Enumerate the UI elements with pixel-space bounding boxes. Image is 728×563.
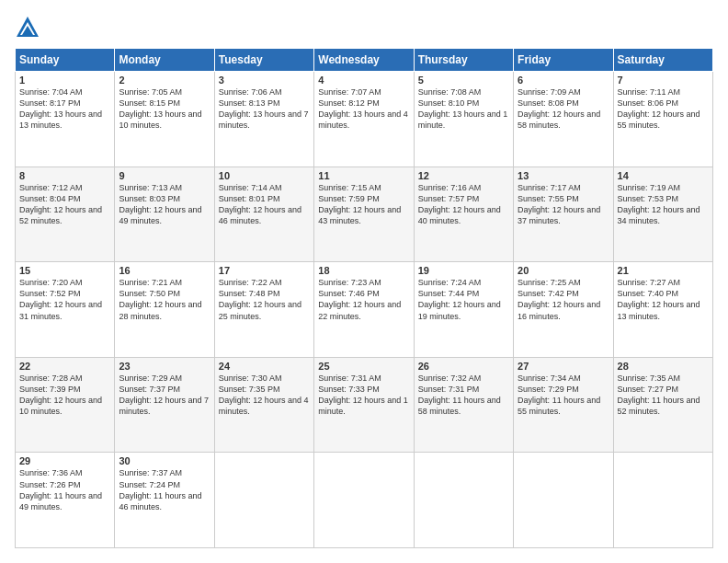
- calendar-row: 1Sunrise: 7:04 AM Sunset: 8:17 PM Daylig…: [16, 72, 713, 167]
- day-number: 2: [119, 75, 210, 86]
- table-row: 5Sunrise: 7:08 AM Sunset: 8:10 PM Daylig…: [414, 72, 513, 167]
- day-detail: Sunrise: 7:32 AM Sunset: 7:31 PM Dayligh…: [418, 373, 509, 418]
- day-number: 24: [219, 361, 310, 372]
- col-tuesday: Tuesday: [214, 49, 313, 72]
- day-number: 7: [618, 75, 709, 86]
- table-row: 14Sunrise: 7:19 AM Sunset: 7:53 PM Dayli…: [613, 167, 712, 262]
- day-number: 30: [119, 455, 210, 466]
- day-number: 15: [19, 265, 110, 276]
- col-saturday: Saturday: [613, 49, 712, 72]
- table-row: 10Sunrise: 7:14 AM Sunset: 8:01 PM Dayli…: [214, 167, 313, 262]
- day-detail: Sunrise: 7:22 AM Sunset: 7:48 PM Dayligh…: [219, 277, 310, 322]
- day-detail: Sunrise: 7:23 AM Sunset: 7:46 PM Dayligh…: [318, 277, 409, 322]
- day-detail: Sunrise: 7:07 AM Sunset: 8:12 PM Dayligh…: [318, 86, 409, 132]
- table-row: [314, 453, 414, 548]
- calendar-row: 8Sunrise: 7:12 AM Sunset: 8:04 PM Daylig…: [16, 167, 713, 262]
- table-row: 27Sunrise: 7:34 AM Sunset: 7:29 PM Dayli…: [514, 357, 613, 453]
- day-detail: Sunrise: 7:11 AM Sunset: 8:06 PM Dayligh…: [618, 86, 709, 132]
- calendar-row: 15Sunrise: 7:20 AM Sunset: 7:52 PM Dayli…: [16, 262, 713, 358]
- day-detail: Sunrise: 7:05 AM Sunset: 8:15 PM Dayligh…: [119, 86, 210, 132]
- day-detail: Sunrise: 7:12 AM Sunset: 8:04 PM Dayligh…: [19, 182, 110, 227]
- header: [15, 15, 713, 40]
- day-number: 22: [19, 361, 110, 372]
- day-detail: Sunrise: 7:06 AM Sunset: 8:13 PM Dayligh…: [219, 86, 310, 132]
- day-detail: Sunrise: 7:19 AM Sunset: 7:53 PM Dayligh…: [618, 182, 709, 227]
- day-number: 8: [19, 170, 110, 181]
- col-monday: Monday: [115, 49, 214, 72]
- col-thursday: Thursday: [414, 49, 513, 72]
- day-detail: Sunrise: 7:16 AM Sunset: 7:57 PM Dayligh…: [418, 182, 509, 227]
- day-number: 6: [518, 75, 609, 86]
- table-row: 13Sunrise: 7:17 AM Sunset: 7:55 PM Dayli…: [514, 167, 613, 262]
- day-number: 18: [318, 265, 409, 276]
- day-detail: Sunrise: 7:14 AM Sunset: 8:01 PM Dayligh…: [219, 182, 310, 227]
- day-number: 21: [618, 265, 709, 276]
- logo: [15, 15, 44, 40]
- table-row: 1Sunrise: 7:04 AM Sunset: 8:17 PM Daylig…: [16, 72, 115, 167]
- day-detail: Sunrise: 7:27 AM Sunset: 7:40 PM Dayligh…: [618, 277, 709, 322]
- day-detail: Sunrise: 7:24 AM Sunset: 7:44 PM Dayligh…: [418, 277, 509, 322]
- table-row: 6Sunrise: 7:09 AM Sunset: 8:08 PM Daylig…: [514, 72, 613, 167]
- day-number: 14: [618, 170, 709, 181]
- day-number: 12: [418, 170, 509, 181]
- calendar-table: Sunday Monday Tuesday Wednesday Thursday…: [15, 48, 713, 548]
- day-number: 9: [119, 170, 210, 181]
- table-row: 29Sunrise: 7:36 AM Sunset: 7:26 PM Dayli…: [16, 453, 115, 548]
- day-detail: Sunrise: 7:31 AM Sunset: 7:33 PM Dayligh…: [318, 373, 409, 418]
- table-row: 22Sunrise: 7:28 AM Sunset: 7:39 PM Dayli…: [16, 357, 115, 453]
- table-row: 7Sunrise: 7:11 AM Sunset: 8:06 PM Daylig…: [613, 72, 712, 167]
- day-number: 17: [219, 265, 310, 276]
- day-detail: Sunrise: 7:04 AM Sunset: 8:17 PM Dayligh…: [19, 86, 110, 132]
- day-detail: Sunrise: 7:17 AM Sunset: 7:55 PM Dayligh…: [518, 182, 609, 227]
- table-row: 17Sunrise: 7:22 AM Sunset: 7:48 PM Dayli…: [214, 262, 313, 358]
- table-row: 16Sunrise: 7:21 AM Sunset: 7:50 PM Dayli…: [115, 262, 214, 358]
- table-row: 15Sunrise: 7:20 AM Sunset: 7:52 PM Dayli…: [16, 262, 115, 358]
- table-row: 12Sunrise: 7:16 AM Sunset: 7:57 PM Dayli…: [414, 167, 513, 262]
- day-detail: Sunrise: 7:34 AM Sunset: 7:29 PM Dayligh…: [518, 373, 609, 418]
- logo-icon: [15, 15, 40, 40]
- table-row: 30Sunrise: 7:37 AM Sunset: 7:24 PM Dayli…: [115, 453, 214, 548]
- day-detail: Sunrise: 7:28 AM Sunset: 7:39 PM Dayligh…: [19, 373, 110, 418]
- day-number: 1: [19, 75, 110, 86]
- table-row: 20Sunrise: 7:25 AM Sunset: 7:42 PM Dayli…: [514, 262, 613, 358]
- table-row: 3Sunrise: 7:06 AM Sunset: 8:13 PM Daylig…: [214, 72, 313, 167]
- day-number: 13: [518, 170, 609, 181]
- col-wednesday: Wednesday: [314, 49, 414, 72]
- table-row: 18Sunrise: 7:23 AM Sunset: 7:46 PM Dayli…: [314, 262, 414, 358]
- table-row: 26Sunrise: 7:32 AM Sunset: 7:31 PM Dayli…: [414, 357, 513, 453]
- header-row: Sunday Monday Tuesday Wednesday Thursday…: [16, 49, 713, 72]
- table-row: 19Sunrise: 7:24 AM Sunset: 7:44 PM Dayli…: [414, 262, 513, 358]
- col-friday: Friday: [514, 49, 613, 72]
- col-sunday: Sunday: [16, 49, 115, 72]
- day-detail: Sunrise: 7:09 AM Sunset: 8:08 PM Dayligh…: [518, 86, 609, 132]
- calendar-row: 22Sunrise: 7:28 AM Sunset: 7:39 PM Dayli…: [16, 357, 713, 453]
- day-number: 19: [418, 265, 509, 276]
- day-number: 25: [318, 361, 409, 372]
- day-detail: Sunrise: 7:25 AM Sunset: 7:42 PM Dayligh…: [518, 277, 609, 322]
- calendar-row: 29Sunrise: 7:36 AM Sunset: 7:26 PM Dayli…: [16, 453, 713, 548]
- table-row: 2Sunrise: 7:05 AM Sunset: 8:15 PM Daylig…: [115, 72, 214, 167]
- day-number: 5: [418, 75, 509, 86]
- table-row: 25Sunrise: 7:31 AM Sunset: 7:33 PM Dayli…: [314, 357, 414, 453]
- table-row: 24Sunrise: 7:30 AM Sunset: 7:35 PM Dayli…: [214, 357, 313, 453]
- day-detail: Sunrise: 7:30 AM Sunset: 7:35 PM Dayligh…: [219, 373, 310, 418]
- day-detail: Sunrise: 7:21 AM Sunset: 7:50 PM Dayligh…: [119, 277, 210, 322]
- day-detail: Sunrise: 7:35 AM Sunset: 7:27 PM Dayligh…: [618, 373, 709, 418]
- day-detail: Sunrise: 7:08 AM Sunset: 8:10 PM Dayligh…: [418, 86, 509, 132]
- day-number: 10: [219, 170, 310, 181]
- day-detail: Sunrise: 7:36 AM Sunset: 7:26 PM Dayligh…: [19, 467, 110, 512]
- table-row: 9Sunrise: 7:13 AM Sunset: 8:03 PM Daylig…: [115, 167, 214, 262]
- table-row: 21Sunrise: 7:27 AM Sunset: 7:40 PM Dayli…: [613, 262, 712, 358]
- day-number: 11: [318, 170, 409, 181]
- table-row: 8Sunrise: 7:12 AM Sunset: 8:04 PM Daylig…: [16, 167, 115, 262]
- day-detail: Sunrise: 7:20 AM Sunset: 7:52 PM Dayligh…: [19, 277, 110, 322]
- day-number: 27: [518, 361, 609, 372]
- page: Sunday Monday Tuesday Wednesday Thursday…: [0, 0, 728, 563]
- table-row: 11Sunrise: 7:15 AM Sunset: 7:59 PM Dayli…: [314, 167, 414, 262]
- day-detail: Sunrise: 7:13 AM Sunset: 8:03 PM Dayligh…: [119, 182, 210, 227]
- day-number: 16: [119, 265, 210, 276]
- day-detail: Sunrise: 7:29 AM Sunset: 7:37 PM Dayligh…: [119, 373, 210, 418]
- day-number: 3: [219, 75, 310, 86]
- day-number: 4: [318, 75, 409, 86]
- table-row: [613, 453, 712, 548]
